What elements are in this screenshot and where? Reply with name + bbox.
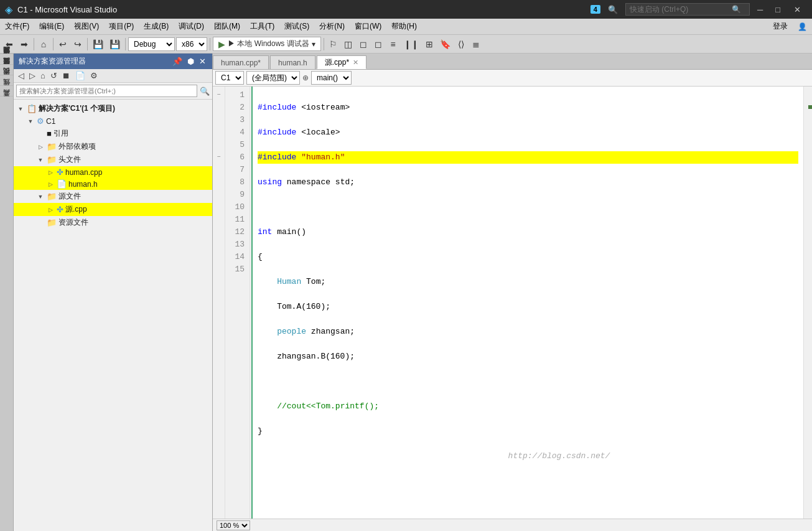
solution-search-input[interactable] xyxy=(16,85,197,97)
toolbar-home-button[interactable]: ⌂ xyxy=(37,37,50,51)
scope-icon: ⊕ xyxy=(302,73,309,82)
toolbar-extra-btn5[interactable]: ≡ xyxy=(386,37,400,51)
expand-headers-icon[interactable]: ▼ xyxy=(36,156,45,164)
tree-sources[interactable]: ▼ 📁 源文件 xyxy=(14,190,212,203)
panel-close-button[interactable]: ✕ xyxy=(198,57,207,66)
fold-9 xyxy=(213,189,225,201)
code-line-8: Human Tom; xyxy=(258,276,798,288)
toolbar-saveall-button[interactable]: 💾 xyxy=(107,37,123,51)
tree-resources[interactable]: ▷ 📁 资源文件 xyxy=(14,216,212,229)
tree-refs[interactable]: ▷ ■ 引用 xyxy=(14,127,212,140)
expand-humancpp-icon[interactable]: ▷ xyxy=(46,168,55,177)
file-scope-select[interactable]: C1 xyxy=(215,71,244,85)
menu-tools[interactable]: 工具(T) xyxy=(245,19,279,34)
tree-project-c1[interactable]: ▼ ⚙ C1 xyxy=(14,115,212,127)
menu-test[interactable]: 测试(S) xyxy=(279,19,314,34)
panel-tb-home[interactable]: ⌂ xyxy=(39,70,47,81)
panel-tb-stop[interactable]: ⏹ xyxy=(60,70,72,81)
tree-human-h[interactable]: ▷ 📄 human.h xyxy=(14,178,212,190)
code-line-7: { xyxy=(258,251,798,263)
fold-3 xyxy=(213,114,225,126)
menu-project[interactable]: 项目(P) xyxy=(104,19,139,34)
tree-external-deps[interactable]: ▷ 📁 外部依赖项 xyxy=(14,140,212,153)
menu-team[interactable]: 团队(M) xyxy=(209,19,245,34)
toolbar-extra-btn9[interactable]: ⟨⟩ xyxy=(454,37,468,51)
fold-6[interactable]: − xyxy=(213,151,225,164)
expand-sources-icon[interactable]: ▼ xyxy=(36,192,45,201)
side-tab-solution-explorer[interactable]: 解决方案资源管理器 xyxy=(0,54,13,64)
panel-pin-button[interactable]: 📌 xyxy=(171,57,184,66)
menu-edit[interactable]: 编辑(E) xyxy=(34,19,69,34)
expand-refs-icon[interactable]: ▷ xyxy=(36,129,45,138)
tab-sourcecpp-close[interactable]: ✕ xyxy=(353,59,358,67)
tab-human-h[interactable]: human.h xyxy=(270,55,315,69)
toolbar-redo-button[interactable]: ↪ xyxy=(71,37,85,51)
tree-headers[interactable]: ▼ 📁 头文件 xyxy=(14,153,212,166)
tree-solution-root[interactable]: ▼ 📋 解决方案'C1'(1 个项目) xyxy=(14,102,212,115)
code-line-11: zhangsan.B(160); xyxy=(258,350,798,363)
run-dropdown-icon: ▾ xyxy=(312,40,315,49)
menu-help[interactable]: 帮助(H) xyxy=(386,19,422,34)
tree-human-cpp[interactable]: ▷ ✤ human.cpp xyxy=(14,166,212,178)
toolbar-undo-button[interactable]: ↩ xyxy=(56,37,70,51)
fold-8 xyxy=(213,176,225,189)
toolbar-extra-btn6[interactable]: ❙❙ xyxy=(401,37,421,51)
solution-label: 解决方案'C1'(1 个项目) xyxy=(39,103,115,114)
run-label: ▶ 本地 Windows 调试器 xyxy=(228,39,309,49)
toolbar-extra-btn10[interactable]: ≣ xyxy=(469,37,483,51)
panel-tb-files[interactable]: 📄 xyxy=(73,70,87,81)
login-button[interactable]: 登录 xyxy=(768,19,793,34)
toolbar-extra-btn7[interactable]: ⊞ xyxy=(422,37,436,51)
humancpp-file-icon: ✤ xyxy=(57,167,63,177)
fold-1[interactable]: − xyxy=(213,89,225,101)
expand-c1-icon[interactable]: ▼ xyxy=(26,117,35,126)
panel-tb-forward[interactable]: ▷ xyxy=(27,70,37,81)
run-debugger-button[interactable]: ▶ ▶ 本地 Windows 调试器 ▾ xyxy=(213,37,321,51)
notification-badge[interactable]: 4 xyxy=(590,5,600,14)
toolbar-extra-btn4[interactable]: ◻ xyxy=(371,37,385,51)
panel-tb-back[interactable]: ◁ xyxy=(16,70,26,81)
platform-select[interactable]: x86 x64 xyxy=(176,37,207,51)
window-close-button[interactable]: ✕ xyxy=(788,4,807,16)
toolbar-back-button[interactable]: ⬅ xyxy=(2,37,16,51)
expand-solution-icon[interactable]: ▼ xyxy=(16,105,25,113)
side-tab-toolbox[interactable]: 工具箱 xyxy=(0,96,13,106)
code-content[interactable]: #include <iostream> #include <locale> #i… xyxy=(253,87,803,519)
panel-float-button[interactable]: ⬢ xyxy=(186,57,195,66)
quick-launch-input[interactable] xyxy=(630,5,729,14)
menu-view[interactable]: 视图(V) xyxy=(69,19,104,34)
toolbar-extra-btn8[interactable]: 🔖 xyxy=(437,37,453,51)
expand-external-icon[interactable]: ▷ xyxy=(36,143,45,151)
toolbar-extra-btn3[interactable]: ◻ xyxy=(357,37,370,51)
function-scope-select[interactable]: main() xyxy=(311,71,352,85)
menu-file[interactable]: 文件(F) xyxy=(0,19,34,34)
menu-debug[interactable]: 调试(D) xyxy=(174,19,209,34)
menu-build[interactable]: 生成(B) xyxy=(139,19,174,34)
toolbar-extra-btn1[interactable]: ⚐ xyxy=(327,37,340,51)
panel-tb-refresh[interactable]: ↺ xyxy=(49,70,59,81)
toolbar-save-button[interactable]: 💾 xyxy=(90,37,106,51)
editor-scrollbar[interactable] xyxy=(803,87,812,519)
tree-source-cpp[interactable]: ▷ ✤ 源.cpp xyxy=(14,203,212,216)
quick-launch-box[interactable]: 🔍 xyxy=(625,3,750,16)
side-tab-properties[interactable]: 属性 xyxy=(0,85,13,96)
tab-human-cpp[interactable]: human.cpp* xyxy=(213,55,269,69)
side-tab-class-view[interactable]: 类视图 xyxy=(0,75,13,85)
window-minimize-button[interactable]: ─ xyxy=(752,4,768,16)
panel-tb-filter[interactable]: ⚙ xyxy=(88,70,100,81)
tab-source-cpp[interactable]: 源.cpp* ✕ xyxy=(317,55,366,69)
side-tab-team-explorer[interactable]: 团队资源管理器 xyxy=(0,64,13,75)
window-maximize-button[interactable]: □ xyxy=(770,4,785,16)
headers-label: 头文件 xyxy=(58,154,81,165)
menu-analyze[interactable]: 分析(N) xyxy=(314,19,350,34)
expand-humanh-icon[interactable]: ▷ xyxy=(46,180,55,189)
zoom-select[interactable]: 100 % 75 % 150 % xyxy=(217,520,250,530)
fold-10 xyxy=(213,201,225,214)
code-line-15: http://blog.csdn.net/ xyxy=(258,450,798,463)
global-scope-select[interactable]: (全局范围) xyxy=(246,71,300,85)
toolbar-forward-button[interactable]: ➡ xyxy=(17,37,31,51)
debug-config-select[interactable]: Debug Release xyxy=(128,37,175,51)
toolbar-extra-btn2[interactable]: ◫ xyxy=(342,37,355,51)
expand-sourcecpp-icon[interactable]: ▷ xyxy=(46,205,55,214)
menu-window[interactable]: 窗口(W) xyxy=(350,19,386,34)
